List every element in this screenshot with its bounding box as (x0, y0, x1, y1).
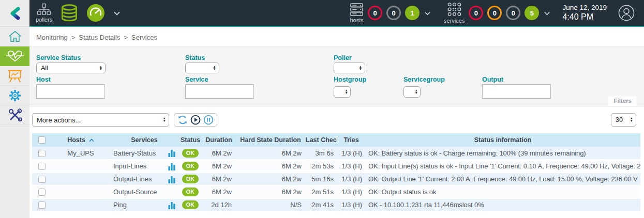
service-status-select[interactable]: All ▲▼ (36, 63, 106, 73)
select-arrows-icon: ▲▼ (630, 117, 633, 122)
more-actions-select[interactable]: More actions... ▲▼ (32, 113, 169, 127)
host-link (52, 160, 110, 173)
header-status[interactable]: Status (179, 133, 202, 147)
services-warning-badge[interactable]: 0 (487, 6, 502, 20)
hosts-unreachable-badge[interactable]: 0 (386, 6, 401, 20)
row-checkbox[interactable] (38, 176, 46, 183)
centreon-logo[interactable] (0, 0, 29, 27)
output-input[interactable] (482, 84, 551, 99)
duration-cell: 6M 2w (202, 147, 236, 160)
hard-state-duration-cell: N/S (236, 198, 305, 211)
services-status[interactable]: services (444, 2, 465, 24)
duration-cell: 6M 2w (202, 185, 236, 198)
select-arrows-icon: ▲▼ (359, 66, 362, 70)
sidebar-item-reporting[interactable] (0, 66, 29, 86)
graph-icon[interactable] (168, 163, 175, 170)
tries-cell: 1/3 (H) (337, 147, 365, 160)
breadcrumb-status-details[interactable]: Status Details (79, 34, 120, 41)
duration-cell: 6M 2w (202, 160, 236, 173)
services-chevron-down-icon[interactable] (544, 8, 550, 18)
servicegroup-label: Servicegroup (403, 76, 445, 83)
status-badge: OK (182, 188, 199, 196)
gauge-icon (86, 4, 105, 22)
sidebar-item-home[interactable] (0, 27, 29, 46)
header-tries[interactable]: Tries (337, 133, 365, 147)
hosts-up-badge[interactable]: 1 (405, 6, 420, 20)
pause-button[interactable] (203, 115, 214, 125)
service-link[interactable]: Output-Lines (110, 173, 164, 185)
main-content: Monitoring>Status Details>Services Servi… (29, 26, 644, 218)
pause-icon (203, 115, 214, 125)
header-hosts[interactable]: Hosts (52, 133, 110, 147)
sidebar (0, 0, 29, 218)
sidebar-item-administration[interactable] (0, 105, 29, 125)
row-checkbox[interactable] (38, 150, 46, 157)
poller-latency-status[interactable] (86, 4, 105, 22)
header-last-check[interactable]: Last Check (305, 133, 337, 147)
hosts-status[interactable]: hosts (350, 3, 364, 23)
service-link[interactable]: Input-Lines (110, 160, 164, 173)
play-icon (190, 115, 201, 125)
page-size-value: 30 (616, 116, 623, 123)
service-input[interactable] (185, 84, 254, 99)
hosts-chevron-down-icon[interactable] (425, 8, 430, 18)
row-checkbox[interactable] (38, 163, 46, 170)
toolbar: More actions... ▲▼ (29, 106, 644, 133)
refresh-button[interactable] (177, 115, 188, 125)
services-unknown-badge[interactable]: 0 (506, 6, 520, 20)
sidebar-item-monitoring[interactable] (0, 46, 29, 66)
row-checkbox[interactable] (38, 201, 46, 209)
filters-tab[interactable]: Filters (608, 96, 637, 106)
hard-state-duration-cell: 6M 2w (236, 160, 305, 173)
servicegroup-select[interactable]: ▲▼ (403, 86, 421, 98)
breadcrumb-monitoring[interactable]: Monitoring (36, 34, 68, 41)
select-all-checkbox[interactable] (38, 136, 46, 144)
current-date: June 12, 2019 (562, 4, 607, 12)
header-hard-state-duration[interactable]: Hard State Duration (236, 133, 305, 147)
poller-database-status[interactable] (60, 4, 79, 22)
hosts-down-badge[interactable]: 0 (368, 6, 382, 20)
graph-icon[interactable] (168, 201, 175, 209)
topbar: pollers (29, 0, 644, 26)
services-icon (447, 2, 462, 17)
header-duration[interactable]: Duration (202, 133, 236, 147)
play-button[interactable] (190, 115, 201, 125)
output-label: Output (482, 76, 503, 83)
hosts-label: hosts (350, 17, 363, 23)
service-link[interactable]: Battery-Status (110, 147, 164, 160)
pollers-chevron-down-icon[interactable] (114, 8, 120, 18)
hard-state-duration-cell: 6M 2w (236, 173, 305, 185)
select-all-cell (32, 133, 52, 147)
pollers-status[interactable]: pollers (36, 3, 52, 23)
hostgroup-select[interactable]: ▲▼ (334, 86, 351, 98)
status-select[interactable]: ▲▼ (185, 63, 219, 73)
graph-icon[interactable] (168, 176, 175, 183)
service-label: Service (185, 76, 208, 83)
last-check-cell: 3m 6s (305, 147, 337, 160)
service-link[interactable]: Ping (110, 198, 164, 211)
current-time: 4:40 PM (562, 12, 607, 22)
sidebar-item-configuration[interactable] (0, 86, 29, 105)
heart-pulse-icon (6, 50, 24, 63)
header-services[interactable]: Services (110, 133, 179, 147)
user-icon (618, 5, 635, 21)
poller-select[interactable]: ▲▼ (334, 63, 365, 73)
graph-icon[interactable] (168, 149, 175, 157)
user-menu-button[interactable] (618, 5, 635, 21)
refresh-icon (177, 115, 188, 125)
host-input[interactable] (36, 84, 105, 99)
row-checkbox[interactable] (38, 189, 46, 196)
service-status-value: All (41, 65, 48, 72)
breadcrumb-services[interactable]: Services (131, 34, 157, 41)
breadcrumb-separator: > (71, 34, 76, 41)
host-link[interactable]: My_UPS (52, 147, 110, 160)
breadcrumb: Monitoring>Status Details>Services (29, 27, 644, 47)
service-link[interactable]: Output-Source (110, 185, 164, 198)
services-critical-badge[interactable]: 0 (469, 6, 483, 20)
services-ok-badge[interactable]: 5 (525, 6, 539, 20)
last-check-cell: 2m 41s (305, 198, 337, 211)
duration-cell: 2d 12h (202, 198, 236, 211)
gear-icon (8, 88, 22, 103)
database-icon (60, 4, 79, 22)
page-size-select[interactable]: 30 ▲▼ (611, 113, 636, 127)
